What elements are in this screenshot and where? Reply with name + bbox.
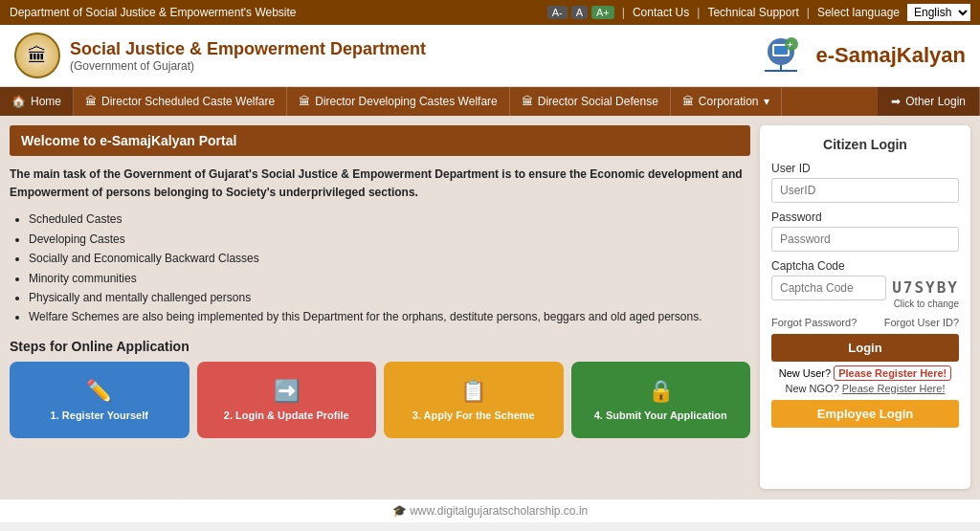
login-title: Citizen Login [771,137,959,152]
divider1: | [622,6,625,19]
list-item: Minority communities [29,269,750,288]
nav-dir-developing[interactable]: 🏛 Director Developing Castes Welfare [287,87,510,116]
employee-login-button[interactable]: Employee Login [771,400,959,428]
divider3: | [807,6,810,19]
ngo-text: New NGO? [786,383,839,394]
language-select[interactable]: English [907,4,970,21]
captcha-label: Captcha Code [771,259,959,273]
userid-group: User ID [771,162,959,203]
captcha-row: U7SYBY Click to change [771,276,959,309]
lock-icon: 🔒 [648,379,674,404]
building-icon-4: 🏛 [682,95,694,108]
new-user-text: New User? [779,367,831,379]
password-group: Password [771,210,959,252]
footer: 🎓 www.digitalgujaratscholarship.co.in [0,498,980,522]
font-normal-button[interactable]: A [571,6,588,19]
government-name: (Government of Gujarat) [70,59,426,73]
site-title: Department of Social Justice & Empowerme… [10,6,297,19]
government-emblem: 🏛 [14,33,60,78]
brand-name: e-SamajKalyan [815,43,966,68]
userid-input[interactable] [771,178,959,203]
header-title-block: Social Justice & Empowerment Department … [70,39,426,73]
nav-home[interactable]: 🏠 Home [0,87,74,116]
bullet-list: Scheduled Castes Developing Castes Socia… [10,210,750,326]
nav-other-login[interactable]: ➡ Other Login [878,87,980,116]
register-here-link[interactable]: Please Register Here! [834,365,951,381]
font-increase-button[interactable]: A+ [591,6,614,19]
main-description: The main task of the Government of Gujar… [10,166,750,202]
select-language-label: Select language [817,6,900,19]
captcha-code: U7SYBY [892,276,959,297]
password-label: Password [771,210,959,224]
list-item: Socially and Economically Backward Class… [29,249,750,268]
esamaj-logo: + e-SamajKalyan [755,34,966,77]
header: 🏛 Social Justice & Empowerment Departmen… [0,25,980,87]
contact-us-link[interactable]: Contact Us [633,6,689,19]
home-icon: 🏠 [11,95,26,108]
font-decrease-button[interactable]: A- [547,6,568,19]
building-icon-3: 🏛 [522,95,533,108]
top-bar-right: A- A A+ | Contact Us | Technical Support… [547,4,970,21]
dropdown-icon: ▾ [764,95,769,108]
font-controls: A- A A+ [547,6,614,19]
ngo-register-link[interactable]: Please Register Here! [842,383,946,394]
step-login[interactable]: ➡️ 2. Login & Update Profile [197,362,377,438]
list-item: Welfare Schemes are also being implement… [29,307,750,326]
header-left: 🏛 Social Justice & Empowerment Departmen… [14,33,426,78]
forgot-password-link[interactable]: Forgot Password? [771,317,857,328]
esamaj-icon: + [755,34,808,77]
login-icon: ➡ [891,95,901,108]
captcha-group: Captcha Code U7SYBY Click to change [771,259,959,309]
building-icon-1: 🏛 [85,95,97,108]
step-register[interactable]: ✏️ 1. Register Yourself [10,362,189,438]
nav-corporation[interactable]: 🏛 Corporation ▾ [671,87,782,116]
main-content: Welcome to e-SamajKalyan Portal The main… [0,116,980,498]
captcha-display-block: U7SYBY Click to change [892,276,959,309]
pencil-icon: ✏️ [86,379,112,404]
steps-row: ✏️ 1. Register Yourself ➡️ 2. Login & Up… [10,362,750,438]
step-submit[interactable]: 🔒 4. Submit Your Application [571,362,751,438]
left-panel: Welcome to e-SamajKalyan Portal The main… [10,125,760,489]
welcome-banner: Welcome to e-SamajKalyan Portal [10,125,750,156]
technical-support-link[interactable]: Technical Support [707,6,798,19]
login-button[interactable]: Login [771,334,959,362]
login-arrow-icon: ➡️ [274,379,300,404]
list-item: Physically and mentally challenged perso… [29,288,750,307]
graduation-icon: 🎓 [392,504,407,518]
building-icon-2: 🏛 [299,95,310,108]
nav-dir-social[interactable]: 🏛 Director Social Defense [510,87,671,116]
top-bar: Department of Social Justice & Empowerme… [0,0,980,25]
divider2: | [697,6,700,19]
svg-text:+: + [788,40,792,50]
click-to-change[interactable]: Click to change [892,299,959,309]
list-item: Scheduled Castes [29,210,750,229]
clipboard-icon: 📋 [460,379,486,404]
register-link-row: New User? Please Register Here! [771,367,959,379]
department-name: Social Justice & Empowerment Department [70,39,426,59]
navigation: 🏠 Home 🏛 Director Scheduled Caste Welfar… [0,87,980,116]
forgot-row: Forgot Password? Forgot User ID? [771,317,959,328]
step-apply[interactable]: 📋 3. Apply For the Scheme [384,362,564,438]
password-input[interactable] [771,227,959,252]
forgot-userid-link[interactable]: Forgot User ID? [884,317,959,328]
userid-label: User ID [771,162,959,175]
nav-dir-scheduled[interactable]: 🏛 Director Scheduled Caste Welfare [74,87,287,116]
captcha-input[interactable] [771,276,886,300]
login-panel: Citizen Login User ID Password Captcha C… [760,125,970,489]
ngo-link-row: New NGO? Please Register Here! [771,383,959,394]
header-right: + e-SamajKalyan [755,34,966,77]
steps-title: Steps for Online Application [10,339,750,354]
list-item: Developing Castes [29,230,750,249]
footer-url[interactable]: 🎓 www.digitalgujaratscholarship.co.in [392,504,588,518]
